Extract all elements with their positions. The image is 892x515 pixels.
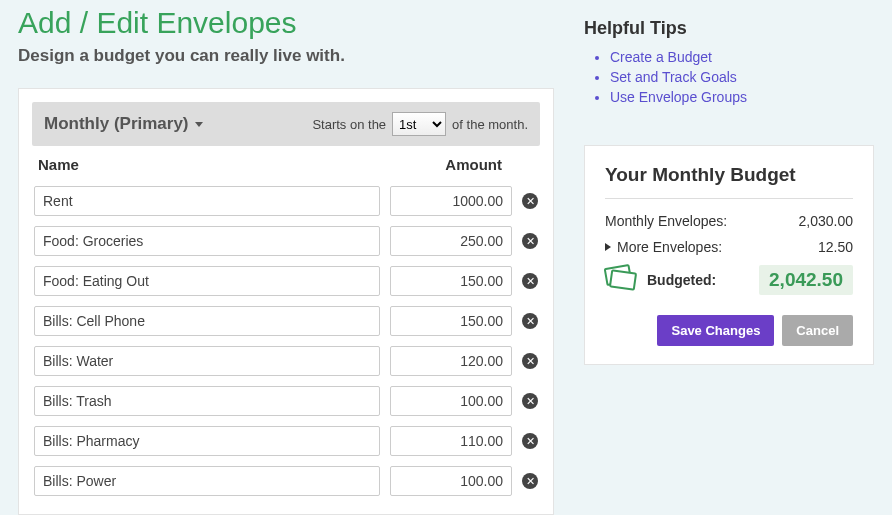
envelope-name-input[interactable] — [34, 426, 380, 456]
delete-icon[interactable]: ✕ — [522, 273, 538, 289]
budgeted-total: Budgeted: 2,042.50 — [605, 265, 853, 295]
envelopes-panel: Monthly (Primary) Starts on the 1st of t… — [18, 88, 554, 515]
more-envelopes-line[interactable]: More Envelopes: 12.50 — [605, 239, 853, 255]
col-name: Name — [38, 156, 404, 173]
envelope-row: ✕ — [32, 261, 540, 301]
starts-on: Starts on the 1st of the month. — [312, 112, 528, 136]
envelope-row: ✕ — [32, 181, 540, 221]
cancel-button[interactable]: Cancel — [782, 315, 853, 346]
tips-list: Create a BudgetSet and Track GoalsUse En… — [584, 49, 874, 105]
envelope-name-input[interactable] — [34, 346, 380, 376]
envelope-row: ✕ — [32, 341, 540, 381]
delete-icon[interactable]: ✕ — [522, 433, 538, 449]
envelope-amount-input[interactable] — [390, 426, 512, 456]
monthly-value: 2,030.00 — [799, 213, 854, 229]
tip-link[interactable]: Use Envelope Groups — [610, 89, 747, 105]
column-headers: Name Amount — [32, 152, 540, 181]
envelope-name-input[interactable] — [34, 186, 380, 216]
envelope-name-input[interactable] — [34, 466, 380, 496]
starts-suffix: of the month. — [452, 117, 528, 132]
money-icon — [605, 266, 637, 294]
more-value: 12.50 — [818, 239, 853, 255]
budget-box: Your Monthly Budget Monthly Envelopes: 2… — [584, 145, 874, 365]
envelope-amount-input[interactable] — [390, 186, 512, 216]
tip-link[interactable]: Create a Budget — [610, 49, 712, 65]
delete-icon[interactable]: ✕ — [522, 233, 538, 249]
envelope-amount-input[interactable] — [390, 226, 512, 256]
caret-down-icon — [195, 122, 203, 127]
col-amount: Amount — [404, 156, 534, 173]
save-button[interactable]: Save Changes — [657, 315, 774, 346]
envelope-row: ✕ — [32, 301, 540, 341]
tips-heading: Helpful Tips — [584, 18, 874, 39]
delete-icon[interactable]: ✕ — [522, 353, 538, 369]
tip-link[interactable]: Set and Track Goals — [610, 69, 737, 85]
monthly-envelopes-line: Monthly Envelopes: 2,030.00 — [605, 213, 853, 229]
expand-icon — [605, 243, 611, 251]
delete-icon[interactable]: ✕ — [522, 473, 538, 489]
more-label: More Envelopes: — [617, 239, 722, 255]
envelope-name-input[interactable] — [34, 386, 380, 416]
monthly-label: Monthly Envelopes: — [605, 213, 727, 229]
envelope-row: ✕ — [32, 221, 540, 261]
envelope-row: ✕ — [32, 421, 540, 461]
envelope-amount-input[interactable] — [390, 386, 512, 416]
section-heading-label: Monthly (Primary) — [44, 114, 189, 134]
page-subtitle: Design a budget you can really live with… — [18, 46, 554, 66]
starts-prefix: Starts on the — [312, 117, 386, 132]
delete-icon[interactable]: ✕ — [522, 313, 538, 329]
envelope-amount-input[interactable] — [390, 346, 512, 376]
budgeted-label: Budgeted: — [647, 272, 749, 288]
section-header: Monthly (Primary) Starts on the 1st of t… — [32, 102, 540, 146]
tip-item: Use Envelope Groups — [610, 89, 874, 105]
envelope-amount-input[interactable] — [390, 306, 512, 336]
envelope-name-input[interactable] — [34, 266, 380, 296]
tip-item: Create a Budget — [610, 49, 874, 65]
tip-item: Set and Track Goals — [610, 69, 874, 85]
page-title: Add / Edit Envelopes — [18, 6, 554, 40]
divider — [605, 198, 853, 199]
envelope-name-input[interactable] — [34, 226, 380, 256]
delete-icon[interactable]: ✕ — [522, 193, 538, 209]
envelope-row: ✕ — [32, 461, 540, 501]
start-day-select[interactable]: 1st — [392, 112, 446, 136]
envelope-name-input[interactable] — [34, 306, 380, 336]
envelope-amount-input[interactable] — [390, 266, 512, 296]
envelope-amount-input[interactable] — [390, 466, 512, 496]
envelope-row: ✕ — [32, 381, 540, 421]
tips-section: Helpful Tips Create a BudgetSet and Trac… — [584, 18, 874, 105]
delete-icon[interactable]: ✕ — [522, 393, 538, 409]
envelope-rows: ✕✕✕✕✕✕✕✕ — [32, 181, 540, 501]
section-dropdown[interactable]: Monthly (Primary) — [44, 114, 203, 134]
budget-heading: Your Monthly Budget — [605, 164, 853, 186]
budgeted-value: 2,042.50 — [759, 265, 853, 295]
